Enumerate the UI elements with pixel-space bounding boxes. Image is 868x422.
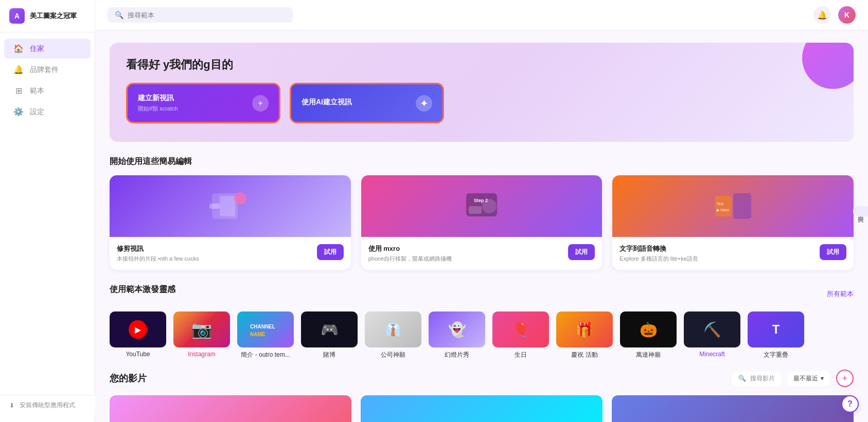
ai-video-button[interactable]: ✦ bbox=[416, 95, 432, 112]
instagram-thumbnail: 📷 bbox=[173, 311, 230, 347]
sidebar-label-templates: 範本 bbox=[30, 86, 44, 96]
textover-thumbnail: T bbox=[748, 311, 804, 347]
youtube-play-icon: ▶ bbox=[129, 320, 147, 339]
svg-point-6 bbox=[482, 199, 497, 213]
template-instagram[interactable]: 📷 Instagram bbox=[173, 311, 230, 359]
notification-button[interactable]: 🔔 bbox=[813, 6, 831, 24]
videos-title: 您的影片 bbox=[110, 372, 732, 384]
sidebar-label-home: 住家 bbox=[30, 44, 44, 53]
sidebar-item-settings[interactable]: ⚙️ 設定 bbox=[4, 102, 91, 122]
sidebar-label-settings: 設定 bbox=[30, 107, 44, 117]
logo-icon: A bbox=[9, 8, 25, 24]
create-video-card[interactable]: 建立新視訊 開始#類 scratch + bbox=[126, 83, 280, 123]
minecraft-thumbnail: ⛏️ bbox=[684, 311, 740, 347]
template-textover[interactable]: T 文字重疊 bbox=[748, 311, 804, 359]
mxro-try-button[interactable]: 試用 bbox=[568, 244, 595, 260]
editor-card-mxro: Step 2 使用 mxro phone自行移製，螢幕或網路攝機 試用 bbox=[361, 175, 603, 270]
svg-rect-1 bbox=[220, 196, 235, 216]
tts-name: 文字到語音轉換 bbox=[619, 244, 698, 253]
editor-card-tts: Text ▶ Voice 文字到語音轉換 Explore 多種語言的 lite+… bbox=[612, 175, 854, 270]
edit-video-info: 修剪視訊 本接領外的片段 •nth a few cucks bbox=[117, 244, 199, 263]
content-area: 看得好 y我們的g目的 建立新視訊 開始#類 scratch + 使用AI建立視… bbox=[95, 30, 868, 422]
all-templates-link[interactable]: 所有範本 bbox=[827, 289, 854, 299]
header-right: 🔔 K bbox=[813, 6, 856, 24]
editor-cards: 修剪視訊 本接領外的片段 •nth a few cucks 試用 Step 2 bbox=[110, 175, 854, 270]
search-input[interactable] bbox=[128, 11, 286, 19]
ghost-label: 幻燈片秀 bbox=[445, 351, 469, 359]
sort-dropdown[interactable]: 最不最近 ▾ bbox=[787, 371, 830, 386]
easy-editor-section: 開始使用這些簡易編輯 修剪視訊 本接領外的片段 bbox=[110, 156, 854, 270]
ai-stars-icon: ✦ bbox=[420, 97, 429, 109]
mxro-body: 使用 mxro phone自行移製，螢幕或網路攝機 試用 bbox=[361, 237, 603, 270]
header: 🔍 🔔 K bbox=[95, 0, 868, 30]
videos-grid bbox=[110, 395, 854, 422]
search-icon-small: 🔍 bbox=[738, 375, 746, 382]
youtube-label: YouTube bbox=[126, 351, 150, 358]
edit-video-desc: 本接領外的片段 •nth a few cucks bbox=[117, 255, 199, 263]
intro-thumbnail: CHANNEL NAME bbox=[237, 311, 294, 347]
app-logo: A 美工圖案之冠軍 bbox=[0, 0, 95, 32]
template-corporate[interactable]: 👔 公司神願 bbox=[365, 311, 421, 359]
video-thumb-1[interactable] bbox=[110, 395, 351, 422]
easy-editor-title: 開始使用這些簡易編輯 bbox=[110, 156, 854, 167]
svg-rect-8 bbox=[733, 193, 751, 219]
instagram-label: Instagram bbox=[188, 351, 215, 358]
svg-text:NAME: NAME bbox=[250, 332, 265, 337]
create-video-sub: 開始#類 scratch bbox=[138, 105, 178, 113]
videos-search[interactable]: 🔍 搜尋影片 bbox=[732, 371, 781, 386]
svg-text:CHANNEL: CHANNEL bbox=[250, 324, 275, 329]
hero-section: 看得好 y我們的g目的 建立新視訊 開始#類 scratch + 使用AI建立視… bbox=[110, 43, 854, 142]
sidebar-nav: 🏠 住家 🔔 品牌套件 ⊞ 範本 ⚙️ 設定 bbox=[0, 32, 95, 396]
install-label: 安裝傳統型應用程式 bbox=[20, 401, 75, 410]
videos-search-label: 搜尋影片 bbox=[750, 374, 775, 383]
mxro-name: 使用 mxro bbox=[368, 244, 452, 253]
svg-text:Text: Text bbox=[717, 202, 723, 206]
template-birthday[interactable]: 🎈 生日 bbox=[492, 311, 549, 359]
add-video-button[interactable]: + bbox=[836, 370, 854, 387]
settings-icon: ⚙️ bbox=[13, 107, 24, 117]
help-button[interactable]: ? bbox=[841, 395, 859, 413]
bell-icon: 🔔 bbox=[13, 65, 24, 75]
template-halloween[interactable]: 🎃 萬達神廟 bbox=[620, 311, 677, 359]
sidebar: A 美工圖案之冠軍 🏠 住家 🔔 品牌套件 ⊞ 範本 ⚙️ 設定 ＋ 新增資料夾… bbox=[0, 0, 95, 422]
youtube-thumbnail: ▶ bbox=[110, 311, 166, 347]
template-ghost[interactable]: 👻 幻燈片秀 bbox=[429, 311, 485, 359]
create-video-button[interactable]: + bbox=[252, 95, 269, 112]
mxro-desc: phone自行移製，螢幕或網路攝機 bbox=[368, 255, 452, 263]
edit-video-thumbnail bbox=[110, 175, 351, 237]
download-icon: ⬇ bbox=[9, 402, 14, 409]
home-icon: 🏠 bbox=[13, 44, 24, 53]
template-intro[interactable]: CHANNEL NAME 簡介 - outro tem... bbox=[237, 311, 294, 359]
right-panel-hint[interactable]: 資料夾 bbox=[853, 206, 868, 216]
chevron-down-icon: ▾ bbox=[821, 375, 824, 382]
svg-point-3 bbox=[234, 192, 246, 205]
hero-decoration bbox=[802, 43, 854, 89]
create-video-text: 建立新視訊 開始#類 scratch bbox=[138, 94, 178, 113]
sidebar-item-brand[interactable]: 🔔 品牌套件 bbox=[4, 60, 91, 80]
tts-try-button[interactable]: 試用 bbox=[820, 244, 846, 260]
template-youtube[interactable]: ▶ YouTube bbox=[110, 311, 166, 359]
corporate-label: 公司神願 bbox=[381, 351, 405, 359]
mxro-thumbnail: Step 2 bbox=[361, 175, 603, 237]
video-thumb-2[interactable] bbox=[361, 395, 603, 422]
sidebar-item-home[interactable]: 🏠 住家 bbox=[4, 39, 91, 59]
ai-video-card[interactable]: 使用AI建立視訊 ✦ bbox=[290, 83, 444, 123]
templates-section-title: 使用範本激發靈感 bbox=[110, 284, 175, 295]
template-minecraft[interactable]: ⛏️ Minecraft bbox=[684, 311, 740, 359]
template-gaming[interactable]: 🎮 賭博 bbox=[301, 311, 358, 359]
template-celebration[interactable]: 🎁 慶祝 活動 bbox=[556, 311, 613, 359]
search-bar[interactable]: 🔍 bbox=[108, 7, 293, 23]
mxro-info: 使用 mxro phone自行移製，螢幕或網路攝機 bbox=[368, 244, 452, 263]
minecraft-label: Minecraft bbox=[699, 351, 724, 358]
video-thumb-3[interactable] bbox=[612, 395, 854, 422]
install-bar[interactable]: ⬇ 安裝傳統型應用程式 bbox=[0, 395, 95, 415]
ai-video-text: 使用AI建立視訊 bbox=[302, 98, 352, 109]
avatar[interactable]: K bbox=[838, 6, 856, 24]
svg-rect-9 bbox=[715, 196, 732, 216]
editor-card-edit-video: 修剪視訊 本接領外的片段 •nth a few cucks 試用 bbox=[110, 175, 351, 270]
sidebar-item-templates[interactable]: ⊞ 範本 bbox=[4, 81, 91, 101]
ai-video-title: 使用AI建立視訊 bbox=[302, 98, 352, 107]
gaming-thumbnail: 🎮 bbox=[301, 311, 358, 347]
grid-icon: ⊞ bbox=[13, 86, 24, 96]
edit-video-try-button[interactable]: 試用 bbox=[317, 244, 344, 260]
